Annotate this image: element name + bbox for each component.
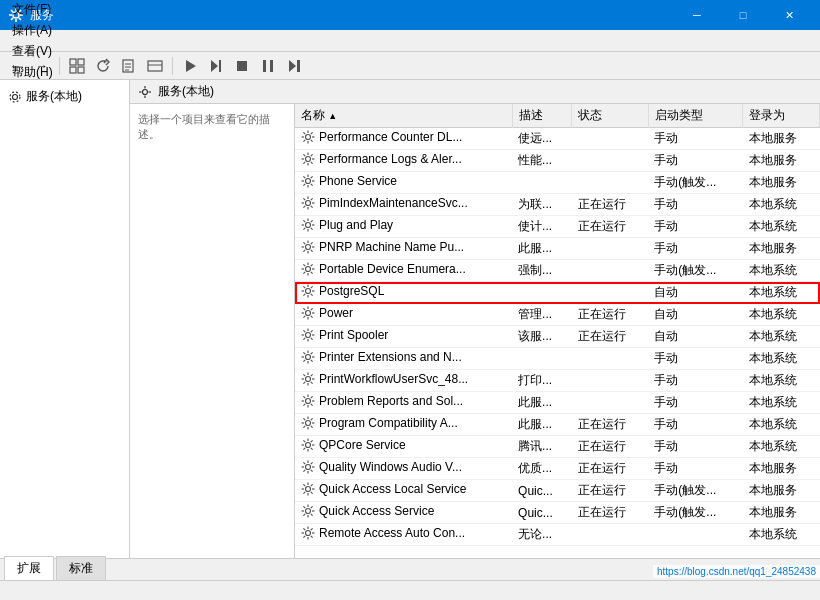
table-row[interactable]: Quick Access ServiceQuic...正在运行手动(触发...本…: [295, 502, 820, 524]
window-controls: ─ □ ✕: [674, 0, 812, 30]
table-row[interactable]: Quick Access Local ServiceQuic...正在运行手动(…: [295, 480, 820, 502]
service-login: 本地系统: [743, 414, 820, 436]
table-row[interactable]: Printer Extensions and N...手动本地系统: [295, 348, 820, 370]
svg-line-149: [311, 396, 313, 398]
service-status: 正在运行: [572, 436, 649, 458]
col-desc[interactable]: 描述: [512, 104, 572, 128]
table-row[interactable]: PrintWorkflowUserSvc_48...打印...手动本地系统: [295, 370, 820, 392]
right-panel: 服务(本地) 选择一个项目来查看它的描述。 名称 ▲ 描述 状态 启动类型: [130, 80, 820, 558]
svg-line-159: [303, 426, 305, 428]
start-button[interactable]: [178, 54, 202, 78]
stop-button[interactable]: [230, 54, 254, 78]
svg-line-48: [303, 154, 305, 156]
sort-icon: ▲: [328, 111, 337, 121]
service-login: 本地系统: [743, 392, 820, 414]
table-row[interactable]: Performance Logs & Aler...性能...手动本地服务: [295, 150, 820, 172]
service-login: 本地系统: [743, 524, 820, 546]
svg-line-78: [303, 228, 305, 230]
table-row[interactable]: QPCore Service腾讯...正在运行手动本地系统: [295, 436, 820, 458]
service-startup: 自动: [648, 282, 743, 304]
service-name: Remote Access Auto Con...: [295, 524, 512, 546]
col-startup[interactable]: 启动类型: [648, 104, 743, 128]
svg-rect-9: [70, 59, 76, 65]
tab-extend[interactable]: 扩展: [4, 556, 54, 580]
service-status: [572, 524, 649, 546]
service-name: QPCore Service: [295, 436, 512, 458]
svg-line-105: [303, 294, 305, 296]
table-row[interactable]: PostgreSQL自动本地系统: [295, 282, 820, 304]
close-button[interactable]: ✕: [766, 0, 812, 30]
svg-point-29: [143, 89, 148, 94]
forward-button[interactable]: →: [30, 54, 54, 78]
service-name: Quick Access Service: [295, 502, 512, 524]
tab-standard[interactable]: 标准: [56, 556, 106, 580]
service-login: 本地服务: [743, 502, 820, 524]
maximize-button[interactable]: □: [720, 0, 766, 30]
svg-line-75: [303, 220, 305, 222]
svg-line-114: [303, 316, 305, 318]
svg-line-41: [311, 132, 313, 134]
left-panel: 服务(本地): [0, 80, 130, 558]
gear-icon: [8, 90, 22, 104]
table-row[interactable]: PimIndexMaintenanceSvc...为联...正在运行手动本地系统: [295, 194, 820, 216]
svg-line-68: [311, 198, 313, 200]
show-scope-button[interactable]: [65, 54, 89, 78]
service-name: Problem Reports and Sol...: [295, 392, 512, 414]
menu-item-a[interactable]: 操作(A): [4, 20, 61, 41]
menu-item-f[interactable]: 文件(F): [4, 0, 61, 20]
svg-line-130: [311, 360, 313, 362]
table-row[interactable]: Portable Device Enumera...强制...手动(触发...本…: [295, 260, 820, 282]
gear-icon: [301, 526, 315, 540]
col-login[interactable]: 登录为: [743, 104, 820, 128]
table-row[interactable]: Print Spooler该服...正在运行自动本地系统: [295, 326, 820, 348]
svg-point-79: [306, 245, 311, 250]
svg-line-183: [303, 484, 305, 486]
resume-button[interactable]: [204, 54, 228, 78]
svg-line-77: [311, 220, 313, 222]
table-row[interactable]: Problem Reports and Sol...此服...手动本地系统: [295, 392, 820, 414]
svg-point-52: [306, 179, 311, 184]
svg-line-201: [303, 528, 305, 530]
svg-line-147: [303, 396, 305, 398]
refresh-button[interactable]: [91, 54, 115, 78]
svg-line-129: [303, 352, 305, 354]
export-button[interactable]: [117, 54, 141, 78]
properties-button[interactable]: [143, 54, 167, 78]
table-row[interactable]: Quality Windows Audio V...优质...正在运行手动本地服…: [295, 458, 820, 480]
restart-button[interactable]: [282, 54, 306, 78]
svg-line-113: [311, 308, 313, 310]
svg-line-157: [311, 426, 313, 428]
svg-line-67: [311, 206, 313, 208]
services-table-container[interactable]: 名称 ▲ 描述 状态 启动类型 登录为 Performance Counter …: [295, 104, 820, 558]
svg-point-27: [13, 94, 18, 99]
gear-icon: [301, 328, 315, 342]
service-status: 正在运行: [572, 458, 649, 480]
svg-line-123: [303, 338, 305, 340]
minimize-button[interactable]: ─: [674, 0, 720, 30]
gear-icon: [301, 240, 315, 254]
svg-marker-25: [289, 60, 296, 72]
table-header: 名称 ▲ 描述 状态 启动类型 登录为: [295, 104, 820, 128]
svg-line-177: [303, 470, 305, 472]
table-row[interactable]: Performance Counter DL...使远...手动本地服务: [295, 128, 820, 150]
svg-line-131: [311, 352, 313, 354]
svg-point-178: [306, 487, 311, 492]
table-row[interactable]: Plug and Play使计...正在运行手动本地系统: [295, 216, 820, 238]
pause-button[interactable]: [256, 54, 280, 78]
col-name[interactable]: 名称 ▲: [295, 104, 512, 128]
service-name: PimIndexMaintenanceSvc...: [295, 194, 512, 216]
table-row[interactable]: Remote Access Auto Con...无论...本地系统: [295, 524, 820, 546]
svg-point-151: [306, 421, 311, 426]
table-row[interactable]: PNRP Machine Name Pu...此服...手动本地服务: [295, 238, 820, 260]
back-button[interactable]: ←: [4, 54, 28, 78]
table-row[interactable]: Program Compatibility A...此服...正在运行手动本地系…: [295, 414, 820, 436]
svg-line-194: [311, 506, 313, 508]
svg-line-84: [303, 242, 305, 244]
main-container: 服务(本地) 服务(本地) 选择一个项目来查看它的描述。: [0, 80, 820, 558]
table-row[interactable]: Power管理...正在运行自动本地系统: [295, 304, 820, 326]
col-status[interactable]: 状态: [572, 104, 649, 128]
left-panel-title[interactable]: 服务(本地): [4, 84, 125, 109]
gear-icon: [301, 460, 315, 474]
table-row[interactable]: Phone Service手动(触发...本地服务: [295, 172, 820, 194]
service-desc: [512, 282, 572, 304]
